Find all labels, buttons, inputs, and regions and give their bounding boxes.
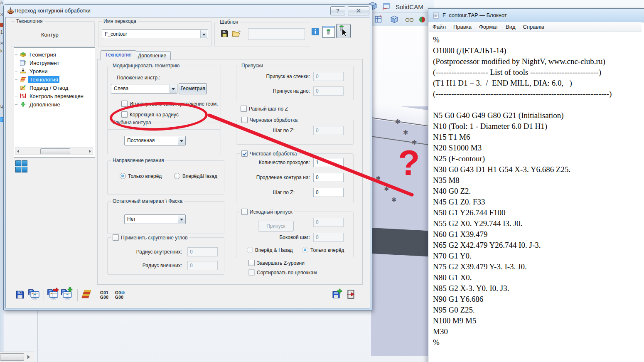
strip-fragment: ц	[0, 104, 3, 108]
toolbar-separator	[44, 289, 44, 301]
operation-tree: Геометрия Инструмент Уровни Технология П	[14, 47, 95, 158]
checkbox-icon[interactable]	[113, 234, 119, 241]
checkbox-icon	[248, 269, 255, 276]
forward-only-radio[interactable]: Только вперёд	[120, 173, 162, 179]
save-calc-exit-button[interactable]	[47, 289, 60, 300]
menu-edit[interactable]: Правка	[450, 24, 475, 30]
scrollbar-thumb[interactable]	[40, 148, 70, 154]
radio-icon	[247, 247, 253, 253]
gcode-line: (---------------------------------------…	[433, 89, 644, 99]
passes-count-label: Количество проходов:	[236, 160, 310, 165]
tree-item-geometry[interactable]: Геометрия	[14, 50, 95, 59]
notepad-menubar: Файл Правка Формат Вид Справка	[429, 22, 642, 32]
checkbox-icon	[121, 101, 128, 107]
residual-combobox[interactable]: Нет	[124, 214, 186, 224]
notepad-titlebar[interactable]: F_contour.TAP — Блокнот	[428, 9, 644, 22]
template-field[interactable]	[248, 28, 305, 40]
save-calc-add-button[interactable]	[61, 289, 74, 300]
notepad-window: F_contour.TAP — Блокнот Файл Правка Форм…	[428, 8, 644, 362]
checkbox-icon[interactable]	[241, 150, 248, 157]
window-icon[interactable]	[382, 2, 391, 10]
tool-data-button[interactable]	[322, 26, 335, 38]
gcode-line: %	[433, 337, 644, 348]
tab-misc[interactable]: Дополнение	[133, 51, 171, 60]
g0-g00-icon[interactable]: G0 G00	[115, 291, 125, 300]
save-add-operation-button[interactable]	[332, 290, 344, 300]
horizontal-scrollbar[interactable]	[0, 352, 34, 362]
radio-icon	[120, 173, 126, 179]
open-template-icon[interactable]	[232, 30, 241, 37]
green-plus-icon	[67, 287, 73, 292]
notepad-icon	[433, 12, 440, 19]
combobox-value: Слева	[114, 84, 128, 93]
finish-step-field[interactable]: 0	[313, 188, 344, 197]
tree-item-lead-in-out[interactable]: Подвод / Отвод	[14, 84, 95, 92]
sort-by-chains-checkbox: Сортировать по цепочкам	[248, 269, 317, 276]
close-button[interactable]	[348, 6, 369, 15]
tree-item-motion-control[interactable]: Контроль перемещен	[14, 92, 95, 100]
model-dark-face	[371, 228, 433, 257]
group-label: Технология	[15, 18, 44, 24]
menu-format[interactable]: Формат	[475, 24, 502, 30]
help-button[interactable]: ?	[330, 6, 345, 15]
menu-file[interactable]: Файл	[429, 24, 450, 30]
appearance-icon[interactable]	[418, 16, 426, 23]
depth-combobox[interactable]: Постоянная	[124, 136, 186, 145]
tree-scrollbar[interactable]	[15, 148, 93, 155]
save-calc-button[interactable]	[28, 289, 40, 300]
tree-item-technology[interactable]: Технология	[14, 75, 95, 84]
chevron-down-icon	[178, 215, 185, 223]
eyeglasses-icon[interactable]	[405, 17, 414, 22]
rough-step-field: 0	[313, 126, 344, 135]
view-orientation-icon[interactable]	[374, 15, 383, 24]
operation-name-combobox[interactable]: F_contour	[102, 30, 208, 39]
tree-item-misc[interactable]: Дополнение	[14, 100, 95, 108]
gcode-line: N40 G0 Z2.	[433, 186, 644, 197]
scroll-left-icon[interactable]	[17, 150, 19, 153]
checkbox-icon[interactable]	[241, 117, 248, 123]
screen: SolidCAM a 3 1 я k ц r ✱ ✱ ✱ ✱ ✱ ✱	[0, 0, 644, 362]
gcode-line: N80 G1 X0.	[433, 272, 644, 283]
exit-button[interactable]	[346, 289, 356, 300]
gcode-line: N85 G2 X-3. Y0. I0. J3.	[433, 283, 644, 294]
save-button[interactable]	[15, 290, 25, 299]
scroll-right-icon[interactable]	[89, 150, 91, 153]
operation-type-value: Контур	[41, 32, 59, 38]
radio-label: Только вперёд	[310, 247, 344, 253]
combobox-value: F_contour	[105, 30, 127, 39]
menu-view[interactable]: Вид	[502, 24, 519, 30]
gcode-line: N35 M8	[433, 175, 644, 186]
initial-allowance-field: 0	[313, 218, 344, 227]
save-template-icon[interactable]	[221, 30, 229, 37]
radio-label: Вперёд&Назад	[182, 173, 217, 179]
toolbar-divider	[366, 12, 434, 13]
contour-extend-field[interactable]: 0	[313, 173, 344, 182]
tool-position-combobox[interactable]: Слева	[111, 84, 177, 94]
group-label: Модифицировать геометрию	[111, 63, 181, 69]
layers-icon[interactable]	[81, 288, 92, 300]
finalize-z-levels-checkbox[interactable]: Завершать Z-уровни	[248, 260, 305, 266]
checkbox-label: Завершать Z-уровни	[257, 260, 305, 266]
display-style-icon[interactable]	[390, 15, 399, 24]
green-plus-icon	[337, 288, 342, 294]
tool-position-label: Положение инстр.:	[117, 75, 160, 81]
g01-g00-icon[interactable]: G01 G00	[100, 291, 108, 300]
checkbox-icon	[241, 106, 247, 112]
tree-item-tool[interactable]: Инструмент	[14, 59, 95, 67]
tab-technology[interactable]: Технология	[101, 50, 136, 60]
gcode-text-area[interactable]: % O1000 (ДЕТАЛЬ1-14) (Postprocessor modi…	[429, 32, 644, 362]
chevron-down-icon	[200, 30, 207, 38]
menu-help[interactable]: Справка	[519, 24, 548, 30]
checkbox-icon[interactable]	[241, 209, 248, 215]
info-icon[interactable]	[312, 28, 319, 35]
geometry-button[interactable]: Геометрия	[179, 83, 207, 94]
combobox-value: Нет	[127, 215, 135, 224]
equal-z-step-checkbox[interactable]: Равный шаг по Z	[241, 106, 288, 112]
scrollbar-thumb[interactable]	[0, 353, 24, 361]
gcode-line: N100 M9 M5	[433, 315, 644, 326]
tree-item-levels[interactable]: Уровни	[14, 67, 95, 75]
choose-tool-button[interactable]	[336, 24, 351, 38]
checkbox-label: Равный шаг по Z	[249, 106, 288, 112]
forward-back-radio[interactable]: Вперёд&Назад	[174, 173, 217, 179]
scrollbar-arrow-icon[interactable]	[27, 355, 30, 359]
